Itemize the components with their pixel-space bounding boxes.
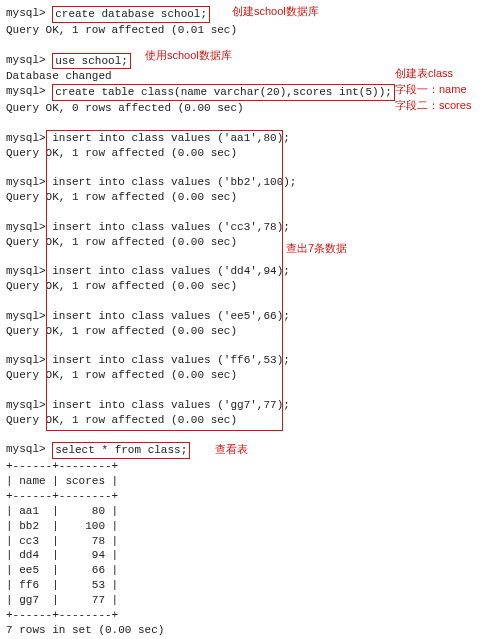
cmd-insert: insert into class values ('cc3',78);	[52, 221, 290, 233]
prompt: mysql>	[6, 85, 46, 97]
cmd-create-tbl: create table class(name varchar(20),scor…	[52, 84, 395, 101]
table-border: +------+--------+	[6, 608, 494, 623]
cmd-insert-line: mysql> insert into class values ('gg7',7…	[6, 398, 494, 413]
cmd-insert-line: mysql> insert into class values ('ff6',5…	[6, 353, 494, 368]
table-row: | aa1 | 80 |	[6, 504, 494, 519]
prompt: mysql>	[6, 7, 46, 19]
cmd-insert-line: mysql> insert into class values ('aa1',8…	[6, 131, 494, 146]
cmd-insert: insert into class values ('gg7',77);	[52, 399, 290, 411]
table-border: +------+--------+	[6, 489, 494, 504]
cmd-insert: insert into class values ('ee5',66);	[52, 310, 290, 322]
prompt: mysql>	[6, 265, 46, 277]
table-row: | ee5 | 66 |	[6, 563, 494, 578]
anno-create-db: 创建school数据库	[232, 4, 319, 19]
table-header: | name | scores |	[6, 474, 494, 489]
cmd-create-db: create database school;	[52, 6, 210, 23]
table-footer: 7 rows in set (0.00 sec)	[6, 623, 494, 638]
cmd-select-line: mysql> select * from class;	[6, 442, 494, 459]
res-insert: Query OK, 1 row affected (0.00 sec)	[6, 146, 494, 161]
res-insert: Query OK, 1 row affected (0.00 sec)	[6, 235, 494, 250]
prompt: mysql>	[6, 54, 46, 66]
cmd-insert: insert into class values ('ff6',53);	[52, 354, 290, 366]
cmd-insert: insert into class values ('aa1',80);	[52, 132, 290, 144]
res-create-db: Query OK, 1 row affected (0.01 sec)	[6, 23, 494, 38]
cmd-insert-line: mysql> insert into class values ('bb2',1…	[6, 175, 494, 190]
res-insert: Query OK, 1 row affected (0.00 sec)	[6, 279, 494, 294]
prompt: mysql>	[6, 310, 46, 322]
res-insert: Query OK, 1 row affected (0.00 sec)	[6, 368, 494, 383]
res-insert: Query OK, 1 row affected (0.00 sec)	[6, 190, 494, 205]
res-insert: Query OK, 1 row affected (0.00 sec)	[6, 324, 494, 339]
anno-create-tbl-1: 创建表class	[395, 66, 453, 81]
cmd-insert-line: mysql> insert into class values ('cc3',7…	[6, 220, 494, 235]
cmd-use: use school;	[52, 53, 131, 70]
prompt: mysql>	[6, 176, 46, 188]
table-row: | gg7 | 77 |	[6, 593, 494, 608]
cmd-insert: insert into class values ('bb2',100);	[52, 176, 296, 188]
table-border: +------+--------+	[6, 459, 494, 474]
anno-use: 使用school数据库	[145, 48, 232, 63]
inserts-section: mysql> insert into class values ('aa1',8…	[6, 131, 494, 428]
anno-inserts: 查出7条数据	[286, 241, 347, 256]
cmd-select: select * from class;	[52, 442, 190, 459]
table-row: | ff6 | 53 |	[6, 578, 494, 593]
cmd-insert: insert into class values ('dd4',94);	[52, 265, 290, 277]
anno-select: 查看表	[215, 442, 248, 457]
prompt: mysql>	[6, 221, 46, 233]
cmd-insert-line: mysql> insert into class values ('ee5',6…	[6, 309, 494, 324]
table-row: | bb2 | 100 |	[6, 519, 494, 534]
prompt: mysql>	[6, 132, 46, 144]
anno-create-tbl-2: 字段一：name	[395, 82, 467, 97]
prompt: mysql>	[6, 354, 46, 366]
prompt: mysql>	[6, 443, 46, 455]
table-row: | dd4 | 94 |	[6, 548, 494, 563]
table-row: | cc3 | 78 |	[6, 534, 494, 549]
res-insert: Query OK, 1 row affected (0.00 sec)	[6, 413, 494, 428]
cmd-insert-line: mysql> insert into class values ('dd4',9…	[6, 264, 494, 279]
anno-create-tbl-3: 字段二：scores	[395, 98, 471, 113]
prompt: mysql>	[6, 399, 46, 411]
